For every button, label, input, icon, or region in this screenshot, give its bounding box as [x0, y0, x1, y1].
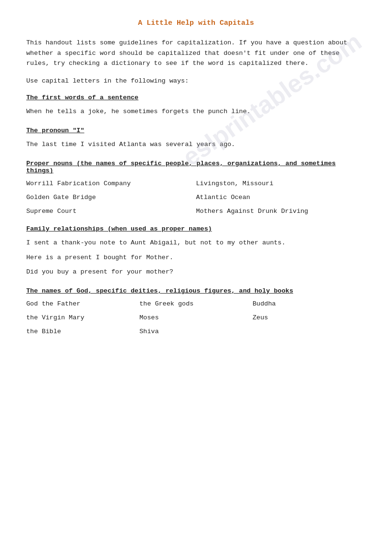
example-pronoun-i-1: The last time I visited Atlanta was seve…	[26, 140, 366, 149]
section-heading-proper-nouns: Proper nouns (the names of specific peop…	[26, 160, 366, 174]
page: eslprintables.com A Little Help with Cap…	[0, 0, 392, 365]
example-col-virgin-mary: the Virgin Mary	[26, 314, 139, 321]
section-heading-god: The names of God, specific deities, reli…	[26, 287, 366, 295]
directive: Use capital letters in the following way…	[26, 77, 366, 84]
example-row-proper-2: Golden Gate Bridge Atlantic Ocean	[26, 194, 366, 201]
section-heading-pronoun-i: The pronoun "I"	[26, 127, 366, 134]
example-row-god-2: the Virgin Mary Moses Zeus	[26, 314, 366, 321]
example-col-golden-gate: Golden Gate Bridge	[26, 194, 196, 201]
example-col-moses: Moses	[139, 314, 253, 321]
example-col-empty	[253, 328, 366, 335]
section-family-relationships: Family relationships (when used as prope…	[26, 225, 366, 277]
example-row-proper-1: Worrill Fabrication Company Livingston, …	[26, 180, 366, 187]
example-first-words-1: When he tells a joke, he sometimes forge…	[26, 107, 366, 116]
example-col-buddha: Buddha	[253, 300, 366, 307]
example-row-god-3: the Bible Shiva	[26, 328, 366, 335]
example-col-livingston: Livingston, Missouri	[196, 180, 366, 187]
section-heading-family: Family relationships (when used as prope…	[26, 225, 366, 232]
example-col-atlantic: Atlantic Ocean	[196, 194, 366, 201]
example-col-shiva: Shiva	[139, 328, 253, 335]
example-family-3: Did you buy a present for your mother?	[26, 267, 366, 277]
example-col-zeus: Zeus	[253, 314, 366, 321]
example-family-1: I sent a thank-you note to Aunt Abigail,…	[26, 238, 366, 248]
page-title: A Little Help with Capitals	[26, 19, 366, 27]
example-col-god-father: God the Father	[26, 300, 139, 307]
example-col-madd: Mothers Against Drunk Driving	[196, 208, 366, 215]
section-proper-nouns: Proper nouns (the names of specific peop…	[26, 160, 366, 215]
section-heading-first-words: The first words of a sentence	[26, 94, 366, 101]
example-family-2: Here is a present I bought for Mother.	[26, 253, 366, 263]
example-row-proper-3: Supreme Court Mothers Against Drunk Driv…	[26, 208, 366, 215]
section-pronoun-i: The pronoun "I" The last time I visited …	[26, 127, 366, 149]
example-col-greek-gods: the Greek gods	[139, 300, 253, 307]
example-col-worrill: Worrill Fabrication Company	[26, 180, 196, 187]
intro-paragraph: This handout lists some guidelines for c…	[26, 38, 366, 69]
section-first-words: The first words of a sentence When he te…	[26, 94, 366, 116]
example-col-supreme-court: Supreme Court	[26, 208, 196, 215]
example-row-god-1: God the Father the Greek gods Buddha	[26, 300, 366, 307]
example-col-bible: the Bible	[26, 328, 139, 335]
section-names-of-god: The names of God, specific deities, reli…	[26, 287, 366, 335]
